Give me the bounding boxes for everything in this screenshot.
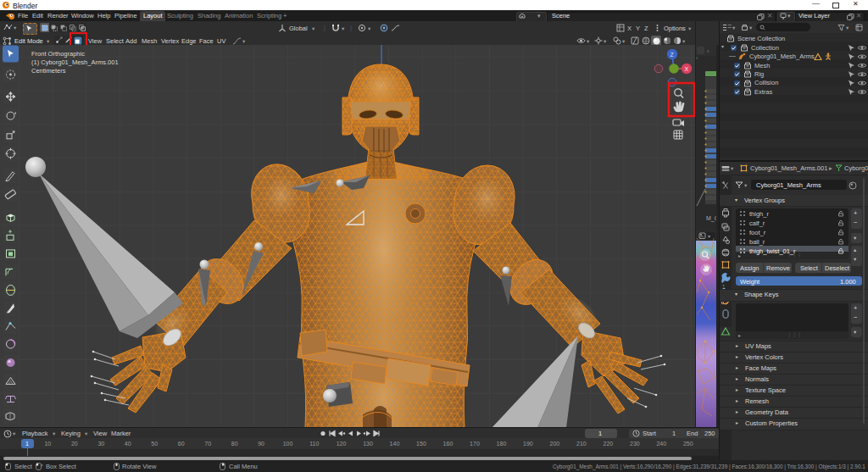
svg-text:Front Orthographic: Front Orthographic (31, 50, 85, 58)
svg-text:Z: Z (670, 52, 675, 58)
svg-text:Centimeters: Centimeters (31, 67, 66, 75)
svg-text:(1) Cyborg01_Mesh_Arms.001: (1) Cyborg01_Mesh_Arms.001 (31, 58, 119, 66)
svg-text:▾: ▾ (708, 234, 710, 239)
svg-text:‹: ‹ (696, 55, 698, 61)
svg-text:X: X (685, 66, 689, 72)
